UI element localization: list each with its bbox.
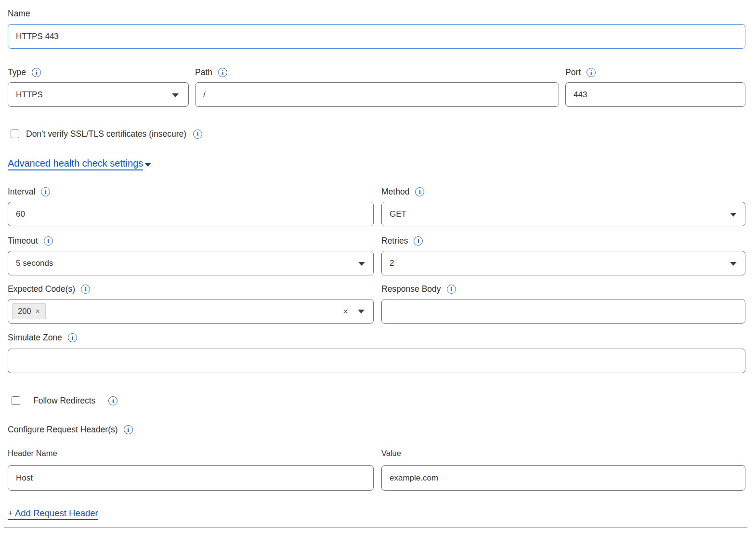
info-icon[interactable]: i: [193, 130, 202, 139]
port-field: Port i: [565, 66, 745, 107]
follow-redirects-checkbox[interactable]: [12, 396, 20, 405]
header-row: Header Name Value: [8, 448, 745, 491]
header-value-label: Value: [381, 449, 401, 457]
ssl-verify-row: Don't verify SSL/TLS certificates (insec…: [8, 128, 745, 140]
ssl-verify-checkbox[interactable]: [11, 130, 19, 138]
method-select[interactable]: GET: [381, 202, 745, 226]
response-body-field: Response Body i: [381, 283, 745, 324]
header-value-input[interactable]: [381, 465, 745, 491]
chevron-down-icon: [144, 163, 151, 167]
port-input[interactable]: [565, 82, 745, 107]
path-field: Path i: [195, 66, 559, 107]
follow-redirects-label: Follow Redirects: [33, 395, 95, 406]
expected-code-tag: 200 ×: [12, 303, 46, 319]
method-field: Method i GET: [381, 186, 745, 226]
type-select[interactable]: HTTPS: [8, 82, 189, 107]
header-name-input[interactable]: [8, 465, 374, 491]
timeout-select[interactable]: 5 seconds: [8, 251, 374, 275]
expected-code-tag-value: 200: [18, 307, 31, 316]
info-icon[interactable]: i: [81, 285, 90, 294]
info-icon[interactable]: i: [68, 333, 77, 342]
path-label: Path: [195, 66, 212, 78]
timeout-label: Timeout: [8, 235, 38, 247]
section-divider: [4, 527, 747, 528]
configure-headers-row: Configure Request Header(s) i: [8, 424, 745, 435]
retries-select[interactable]: 2: [381, 251, 745, 275]
type-field: Type i HTTPS: [8, 66, 189, 107]
follow-redirects-row: Follow Redirects i: [8, 395, 745, 406]
clear-selection-icon[interactable]: ×: [343, 307, 348, 316]
method-select-value: GET: [390, 209, 406, 219]
info-icon[interactable]: i: [415, 187, 424, 196]
add-header-row: + Add Request Header: [8, 507, 745, 520]
info-icon[interactable]: i: [218, 68, 227, 77]
header-name-field: Header Name: [8, 448, 374, 491]
name-input[interactable]: [8, 24, 745, 49]
header-name-label: Header Name: [8, 449, 57, 457]
advanced-settings-link[interactable]: Advanced health check settings: [8, 157, 143, 170]
info-icon[interactable]: i: [587, 68, 596, 77]
health-check-form: Name Type i HTTPS Path i Port i: [8, 8, 745, 528]
chevron-down-icon: [730, 213, 737, 217]
remove-tag-icon[interactable]: ×: [36, 308, 40, 315]
timeout-select-value: 5 seconds: [16, 259, 53, 268]
response-body-label: Response Body: [381, 283, 441, 295]
header-value-field: Value: [381, 448, 745, 491]
retries-select-value: 2: [390, 259, 394, 268]
type-path-port-row: Type i HTTPS Path i Port i: [8, 66, 745, 107]
configure-headers-label: Configure Request Header(s): [8, 424, 118, 435]
info-icon[interactable]: i: [447, 285, 456, 294]
path-input[interactable]: [195, 82, 559, 107]
ssl-verify-label: Don't verify SSL/TLS certificates (insec…: [26, 128, 186, 140]
chevron-down-icon: [730, 262, 737, 266]
info-icon[interactable]: i: [41, 187, 50, 196]
expected-codes-field: Expected Code(s) i 200 × ×: [8, 283, 374, 324]
chevron-down-icon[interactable]: [358, 310, 365, 313]
info-icon[interactable]: i: [32, 68, 41, 77]
timeout-field: Timeout i 5 seconds: [8, 235, 374, 275]
advanced-grid: Interval i Method i GET Timeout i 5 seco…: [8, 186, 745, 324]
info-icon[interactable]: i: [44, 236, 53, 246]
advanced-settings-row: Advanced health check settings: [8, 157, 745, 170]
response-body-input[interactable]: [381, 299, 745, 324]
info-icon[interactable]: i: [414, 236, 423, 246]
name-field: Name: [8, 8, 745, 49]
expected-codes-multiselect[interactable]: 200 × ×: [8, 299, 374, 324]
expected-codes-label: Expected Code(s): [8, 283, 75, 295]
retries-field: Retries i 2: [381, 235, 745, 275]
info-icon[interactable]: i: [124, 425, 133, 434]
port-label: Port: [565, 66, 581, 78]
name-label: Name: [8, 8, 30, 19]
simulate-zone-field: Simulate Zone i: [8, 332, 745, 373]
simulate-zone-input[interactable]: [8, 349, 745, 373]
interval-field: Interval i: [8, 186, 374, 226]
multiselect-controls: ×: [343, 307, 365, 316]
simulate-zone-label: Simulate Zone: [8, 332, 62, 343]
interval-input[interactable]: [8, 202, 374, 226]
type-select-value: HTTPS: [16, 90, 43, 100]
interval-label: Interval: [8, 186, 35, 197]
chevron-down-icon: [172, 93, 179, 97]
info-icon[interactable]: i: [108, 396, 117, 405]
type-label: Type: [8, 66, 26, 78]
add-request-header-link[interactable]: + Add Request Header: [8, 507, 98, 520]
retries-label: Retries: [381, 235, 408, 247]
chevron-down-icon: [358, 262, 365, 266]
method-label: Method: [381, 186, 409, 197]
